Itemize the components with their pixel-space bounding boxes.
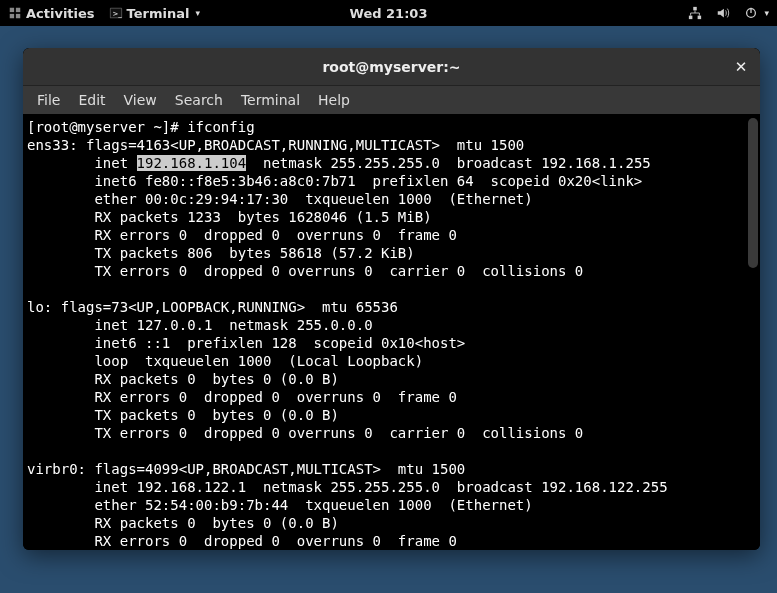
window-title: root@myserver:~ [322, 59, 460, 75]
network-icon[interactable] [688, 6, 702, 20]
power-menu[interactable]: ▾ [744, 6, 769, 20]
close-button[interactable]: ✕ [730, 56, 752, 78]
activities-button[interactable]: Activities [8, 6, 95, 21]
svg-rect-9 [698, 16, 702, 20]
window-titlebar[interactable]: root@myserver:~ ✕ [23, 48, 760, 86]
chevron-down-icon: ▾ [195, 8, 200, 18]
menu-edit[interactable]: Edit [70, 89, 113, 111]
appmenu-button[interactable]: >_ Terminal ▾ [109, 6, 200, 21]
svg-rect-11 [751, 8, 752, 13]
scrollbar-thumb[interactable] [748, 118, 758, 268]
svg-rect-2 [10, 14, 14, 18]
appmenu-label: Terminal [127, 6, 190, 21]
activities-label: Activities [26, 6, 95, 21]
menu-search[interactable]: Search [167, 89, 231, 111]
menubar: File Edit View Search Terminal Help [23, 86, 760, 114]
menu-view[interactable]: View [116, 89, 165, 111]
chevron-down-icon: ▾ [764, 8, 769, 18]
svg-text:>_: >_ [112, 10, 122, 18]
clock[interactable]: Wed 21:03 [350, 6, 428, 21]
menu-terminal[interactable]: Terminal [233, 89, 308, 111]
activities-icon [8, 6, 22, 20]
terminal-viewport[interactable]: [root@myserver ~]# ifconfig ens33: flags… [23, 114, 760, 550]
svg-rect-3 [16, 14, 20, 18]
menu-help[interactable]: Help [310, 89, 358, 111]
terminal-window: root@myserver:~ ✕ File Edit View Search … [23, 48, 760, 550]
svg-rect-7 [694, 7, 698, 11]
volume-icon[interactable] [716, 6, 730, 20]
power-icon [744, 6, 758, 20]
terminal-output: [root@myserver ~]# ifconfig ens33: flags… [27, 118, 756, 550]
highlighted-ip: 192.168.1.104 [137, 155, 247, 171]
svg-rect-0 [10, 8, 14, 12]
menu-file[interactable]: File [29, 89, 68, 111]
terminal-icon: >_ [109, 6, 123, 20]
close-icon: ✕ [735, 58, 748, 76]
svg-rect-8 [689, 16, 693, 20]
gnome-topbar: Activities >_ Terminal ▾ Wed 21:03 ▾ [0, 0, 777, 26]
svg-rect-1 [16, 8, 20, 12]
